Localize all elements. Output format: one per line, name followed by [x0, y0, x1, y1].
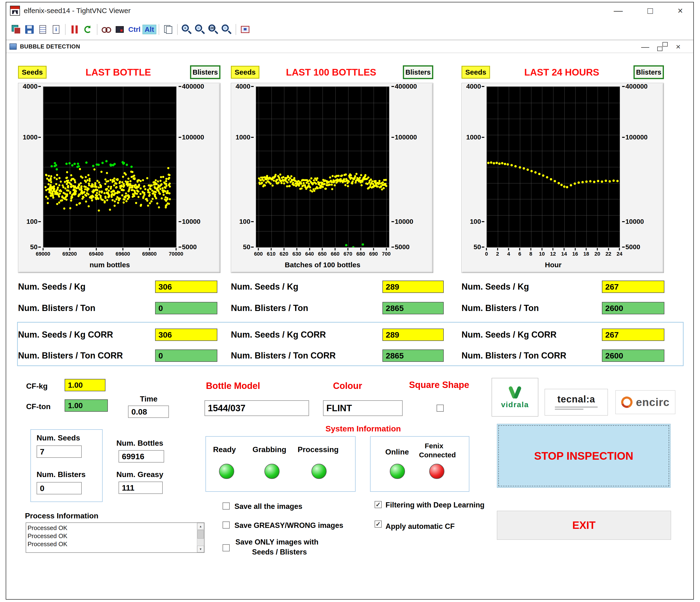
chart-last-24-hours: Seeds LAST 24 HOURS Blisters 40001000100…: [461, 65, 664, 273]
chart-last-bottle: Seeds LAST BOTTLE Blisters 4000100010050…: [18, 65, 220, 273]
online-led: [390, 464, 405, 479]
process-log[interactable]: Processed OK Processed OK Processed OK ▲…: [26, 522, 204, 553]
cf-ton-label: CF-ton: [26, 402, 51, 411]
seeds-button[interactable]: Seeds: [231, 66, 259, 79]
vnc-toolbar: i Ctrl Alt + − 100 ▫: [6, 19, 693, 40]
refresh-icon[interactable]: [81, 22, 95, 36]
chart-title: LAST BOTTLE: [47, 67, 190, 78]
num-seeds-kg-corr-value-2: 289: [382, 329, 444, 341]
app-minimize-button[interactable]: —: [641, 43, 649, 51]
blisters-button[interactable]: Blisters: [633, 65, 664, 79]
num-blisters-ton-value-1: 0: [155, 302, 217, 314]
ctrl-alt-del-icon[interactable]: [113, 22, 126, 36]
chart-title: LAST 24 HOURS: [490, 67, 633, 78]
zoom-in-icon[interactable]: +: [180, 22, 193, 36]
window-title: elfenix-seed14 - TightVNC Viewer: [24, 7, 131, 15]
y-axis-right: 400000100000100005000: [621, 86, 664, 248]
time-label: Time: [134, 395, 163, 403]
exit-button[interactable]: EXIT: [497, 511, 671, 540]
app-close-button[interactable]: ×: [676, 43, 680, 51]
x-axis-label: Hour: [486, 261, 620, 269]
num-blisters-ton-corr-label-2: Num. Blisters / Ton CORR: [231, 349, 335, 362]
zoom-fit-icon[interactable]: ▫: [220, 22, 233, 36]
minimize-button[interactable]: —: [614, 6, 623, 15]
save-only-seeds-blisters-checkbox[interactable]: [223, 544, 230, 551]
apply-automatic-cf-checkbox[interactable]: [375, 521, 382, 528]
save-greasy-wrong-label: Save GREASY/WRONG images: [234, 521, 343, 530]
num-blisters-value[interactable]: 0: [36, 482, 82, 494]
scatter-plot: [486, 86, 620, 248]
close-button[interactable]: ×: [678, 6, 683, 15]
scroll-down-icon[interactable]: ▼: [197, 546, 204, 552]
grabbing-led: [265, 464, 280, 479]
connection-options-icon[interactable]: [36, 22, 49, 36]
app-titlebar: BUBBLE DETECTION — ×: [6, 40, 693, 53]
num-seeds-kg-label-1: Num. Seeds / Kg: [18, 281, 85, 293]
seeds-button[interactable]: Seeds: [18, 66, 47, 79]
bottle-model-input[interactable]: 1544/037: [204, 400, 309, 416]
full-screen-icon[interactable]: [239, 22, 252, 36]
file-transfer-icon[interactable]: [100, 22, 113, 36]
num-blisters-ton-label-3: Num. Blisters / Ton: [461, 302, 539, 314]
y-axis-right: 400000100000100005000: [178, 86, 220, 248]
stop-inspection-button[interactable]: STOP INSPECTION: [497, 424, 671, 488]
scatter-canvas: [256, 87, 389, 247]
ready-led: [219, 464, 234, 479]
vnc-titlebar: elfenix-seed14 - TightVNC Viewer — □ ×: [6, 2, 693, 19]
x-axis: 600610620630640650660670680690700: [256, 248, 389, 259]
grabbing-label: Grabbing: [252, 445, 286, 454]
save-all-images-label: Save all the images: [234, 502, 302, 511]
vidrala-v-icon: [507, 385, 523, 400]
y-axis-right: 400000100000100005000: [391, 86, 433, 248]
y-axis-left: 4000100010050: [231, 86, 255, 248]
ready-label: Ready: [213, 445, 236, 454]
app-content: Seeds LAST BOTTLE Blisters 4000100010050…: [6, 53, 693, 599]
square-shape-checkbox[interactable]: [436, 405, 444, 412]
num-blisters-ton-label-1: Num. Blisters / Ton: [18, 302, 95, 314]
zoom-out-icon[interactable]: −: [193, 22, 207, 36]
tightvnc-logo-icon: [10, 6, 20, 16]
processing-led: [311, 464, 327, 479]
num-bottles-label: Num. Bottles: [117, 439, 163, 448]
clipboard-copy-icon[interactable]: [161, 22, 175, 36]
num-seeds-label: Num. Seeds: [36, 433, 80, 442]
save-all-images-checkbox[interactable]: [223, 502, 230, 509]
toolbar-separator: [65, 24, 66, 35]
num-seeds-kg-value-2: 289: [382, 281, 444, 293]
num-seeds-value[interactable]: 7: [36, 446, 82, 458]
scatter-canvas: [487, 87, 620, 247]
num-seeds-kg-corr-label-2: Num. Seeds / Kg CORR: [231, 329, 326, 341]
num-bottles-value[interactable]: 69916: [119, 450, 164, 462]
tecnalia-caption: [555, 406, 598, 411]
num-blisters-ton-value-3: 2600: [602, 302, 665, 314]
connection-info-icon[interactable]: i: [49, 22, 63, 36]
scrollbar[interactable]: ▲ ▼: [197, 523, 204, 552]
pause-icon[interactable]: [68, 22, 81, 36]
filtering-deep-learning-checkbox[interactable]: [375, 501, 382, 508]
ctrl-key-button[interactable]: Ctrl: [126, 25, 143, 34]
system-information-label: System Information: [320, 424, 406, 433]
connection-leds-box: Online Fenix Connected: [370, 436, 469, 492]
colour-input[interactable]: FLINT: [323, 400, 403, 416]
save-session-icon[interactable]: [23, 22, 36, 36]
new-connection-icon[interactable]: [9, 22, 23, 36]
num-seeds-kg-corr-value-1: 306: [155, 329, 217, 341]
process-log-line: Processed OK: [28, 532, 196, 540]
maximize-button[interactable]: □: [648, 6, 653, 15]
seeds-button[interactable]: Seeds: [461, 66, 490, 79]
save-greasy-wrong-checkbox[interactable]: [223, 522, 230, 529]
zoom-100-icon[interactable]: 100: [207, 22, 220, 36]
blisters-button[interactable]: Blisters: [190, 65, 220, 79]
scatter-canvas: [43, 87, 176, 247]
blisters-button[interactable]: Blisters: [403, 65, 433, 79]
scrollbar-thumb[interactable]: [197, 530, 204, 538]
toolbar-separator: [159, 24, 159, 35]
square-shape-label: Square Shape: [409, 380, 469, 390]
cf-ton-value: 1.00: [65, 399, 108, 412]
num-greasy-value[interactable]: 111: [119, 481, 163, 494]
alt-key-button[interactable]: Alt: [143, 25, 156, 34]
bubble-detection-app-icon: [9, 44, 17, 50]
bubble-detection-window: BUBBLE DETECTION — × Seeds LAST BOTTLE B…: [6, 40, 693, 599]
scroll-up-icon[interactable]: ▲: [197, 523, 204, 530]
chart-title: LAST 100 BOTTLES: [259, 67, 403, 78]
